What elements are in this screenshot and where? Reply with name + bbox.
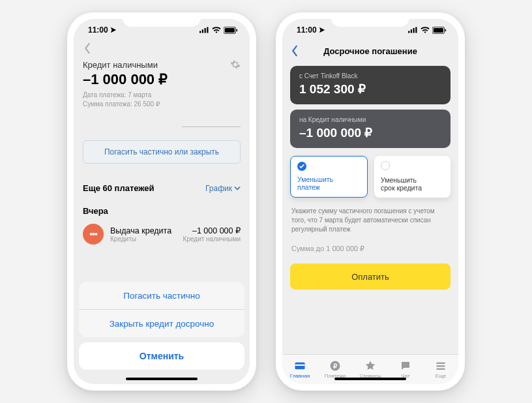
pay-button[interactable]: Оплатить [290, 263, 451, 290]
repay-or-close-button[interactable]: Погасить частично или закрыть [83, 140, 241, 164]
to-account-card[interactable]: на Кредит наличными –1 000 000 ₽ [290, 110, 451, 148]
tab-more[interactable]: Еще [423, 355, 458, 384]
phone-left: 11:00 Кредит наличными –1 000 000 ₽ [67, 12, 256, 391]
action-sheet: Погасить частично Закрыть кредит досрочн… [74, 282, 250, 384]
notch [331, 12, 409, 27]
remaining-payments-label: Еще 60 платежей [83, 183, 155, 193]
schedule-link[interactable]: График [205, 184, 241, 193]
sheet-close-early-button[interactable]: Закрыть кредит досрочно [79, 310, 244, 337]
svg-rect-7 [408, 31, 409, 33]
svg-rect-19 [436, 365, 445, 366]
to-value: –1 000 000 ₽ [299, 125, 441, 140]
section-yesterday: Вчера [74, 198, 250, 220]
page-header: Досрочное погашение [282, 41, 458, 61]
location-icon [319, 27, 325, 33]
from-label: с Счет Tinkoff Black [299, 72, 441, 80]
gear-icon[interactable] [230, 59, 241, 70]
svg-rect-2 [205, 28, 206, 33]
svg-rect-13 [445, 29, 446, 31]
sheet-repay-partial-button[interactable]: Погасить частично [79, 282, 244, 309]
svg-rect-18 [436, 363, 445, 364]
svg-rect-10 [415, 27, 417, 33]
ruble-icon: ₽ [329, 360, 341, 372]
battery-icon [432, 27, 447, 34]
notch [123, 12, 201, 27]
to-label: на Кредит наличными [299, 116, 441, 123]
transaction-row[interactable]: ••• Выдача кредита Кредиты –1 000 000 ₽ … [74, 220, 250, 248]
back-icon[interactable] [83, 42, 92, 54]
transaction-title: Выдача кредита [110, 226, 177, 235]
svg-rect-0 [200, 31, 201, 33]
card-icon [294, 360, 306, 372]
svg-rect-12 [434, 28, 443, 33]
sheet-cancel-button[interactable]: Отменить [79, 342, 244, 370]
transaction-avatar-icon: ••• [83, 224, 104, 245]
from-account-card[interactable]: с Счет Tinkoff Black 1 052 300 ₽ [290, 66, 451, 104]
svg-rect-9 [413, 28, 415, 33]
home-indicator [334, 378, 406, 380]
chat-icon [400, 360, 411, 372]
star-icon [364, 360, 376, 372]
svg-rect-5 [225, 28, 235, 33]
radio-selected-icon [297, 162, 306, 171]
signal-icon [408, 27, 418, 33]
svg-rect-3 [207, 27, 208, 33]
radio-unselected-icon [381, 161, 390, 170]
signal-icon [200, 27, 209, 33]
loan-meta: Дата платежа: 7 марта Сумма платежа: 26 … [83, 91, 241, 108]
svg-rect-20 [436, 368, 445, 370]
wifi-icon [212, 27, 221, 33]
home-indicator [126, 378, 198, 380]
from-value: 1 052 300 ₽ [299, 82, 441, 97]
status-time: 11:00 [297, 25, 317, 35]
location-icon [110, 27, 117, 33]
menu-icon [435, 360, 447, 372]
svg-rect-6 [236, 29, 237, 31]
svg-rect-15 [295, 365, 305, 366]
loan-title: Кредит наличными [83, 60, 158, 70]
svg-rect-8 [411, 29, 412, 33]
battery-icon [224, 27, 238, 34]
tab-home[interactable]: Главная [282, 355, 318, 384]
choice-reduce-term[interactable]: Уменьшить срок кредита [374, 156, 451, 198]
choice-label: Уменьшить срок кредита [381, 176, 444, 192]
chevron-down-icon [234, 185, 241, 192]
transaction-amount-sub: Кредит наличными [183, 235, 241, 243]
page-title: Досрочное погашение [323, 46, 417, 56]
divider [182, 127, 241, 127]
transaction-subtitle: Кредиты [110, 235, 177, 243]
amount-input[interactable]: Сумма до 1 000 000 ₽ [291, 245, 449, 253]
back-icon[interactable] [290, 45, 299, 57]
svg-text:₽: ₽ [333, 363, 338, 370]
choice-reduce-payment[interactable]: Уменьшить платеж [290, 156, 368, 198]
status-time: 11:00 [88, 25, 108, 35]
phone-right: 11:00 Досрочное погашение с Счет Tinkoff… [276, 12, 465, 391]
svg-rect-1 [202, 29, 203, 33]
loan-balance: –1 000 000 ₽ [83, 71, 241, 88]
transaction-amount: –1 000 000 ₽ [183, 226, 241, 235]
wifi-icon [421, 27, 430, 33]
choice-label: Уменьшить платеж [297, 175, 361, 192]
hint-text: Укажите сумму частичного погашения с уче… [291, 207, 449, 234]
